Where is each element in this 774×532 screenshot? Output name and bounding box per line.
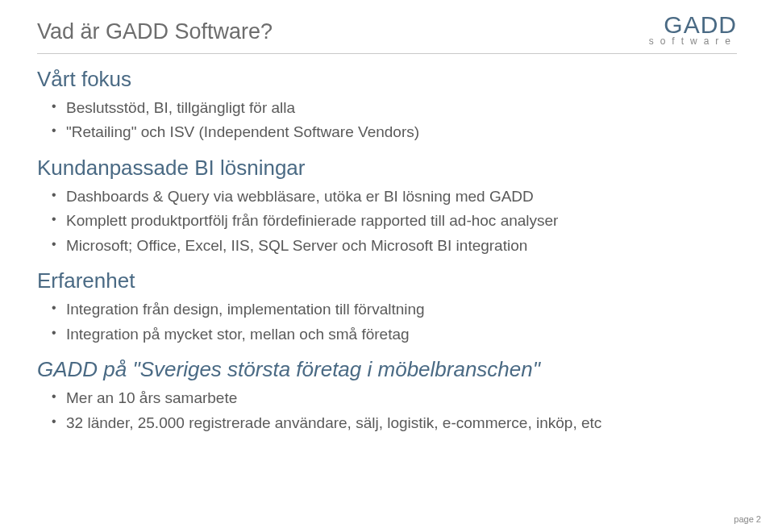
- section-heading-customized: Kundanpassade BI lösningar: [37, 156, 737, 181]
- divider: [37, 53, 737, 54]
- list-item: Integration från design, implementation …: [66, 298, 737, 322]
- list-item: Integration på mycket stor, mellan och s…: [66, 323, 737, 347]
- list-item: 32 länder, 25.000 registrerade användare…: [66, 412, 737, 435]
- logo-sub: software: [649, 35, 737, 47]
- logo-main: GADD: [649, 15, 737, 35]
- list-item: Microsoft; Office, Excel, IIS, SQL Serve…: [66, 235, 737, 258]
- list-item: Dashboards & Query via webbläsare, utöka…: [66, 185, 737, 209]
- bullet-list-focus: Beslutsstöd, BI, tillgängligt för alla "…: [37, 97, 737, 144]
- list-item: Komplett produktportfölj från fördefinie…: [66, 210, 737, 233]
- list-item: Mer an 10 års samarbete: [66, 387, 737, 410]
- bullet-list-sub: Mer an 10 års samarbete 32 länder, 25.00…: [37, 387, 737, 434]
- page-footer: page 2: [734, 514, 761, 524]
- section-heading-experience: Erfarenhet: [37, 268, 737, 293]
- list-item: Beslutsstöd, BI, tillgängligt för alla: [66, 97, 737, 120]
- page-title: Vad är GADD Software?: [37, 19, 273, 44]
- bullet-list-experience: Integration från design, implementation …: [37, 298, 737, 346]
- bullet-list-customized: Dashboards & Query via webbläsare, utöka…: [37, 185, 737, 258]
- list-item: "Retailing" och ISV (Independent Softwar…: [66, 121, 737, 144]
- subheading-italic: GADD på "Sveriges största företag i möbe…: [37, 357, 737, 382]
- header-row: Vad är GADD Software? GADD software: [37, 19, 737, 47]
- section-heading-focus: Vårt fokus: [37, 67, 737, 92]
- logo: GADD software: [649, 15, 737, 47]
